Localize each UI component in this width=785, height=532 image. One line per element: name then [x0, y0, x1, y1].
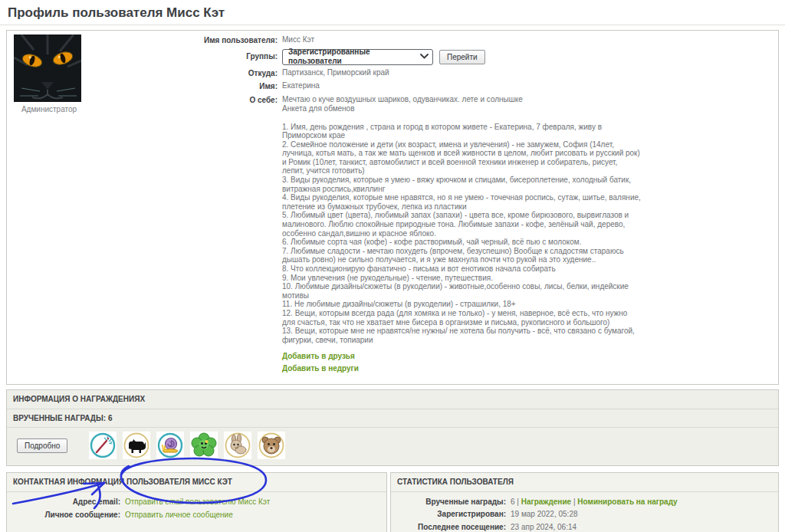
award-snail-icon[interactable] [156, 432, 184, 459]
stats-panel: СТАТИСТИКА ПОЛЬЗОВАТЕЛЯ Врученные наград… [390, 472, 779, 532]
awards-received-line: ВРУЧЕННЫЕ НАГРАДЫ: 6 [7, 409, 778, 429]
award-green-flower-icon[interactable] [190, 432, 218, 459]
profile-panel: Администратор Имя пользователя: Мисс Кэт… [6, 30, 779, 385]
stats-awards-count: 6 [511, 498, 515, 506]
registered-value: 19 мар 2022, 05:28 [511, 510, 774, 520]
about-text: Мечтаю о куче воздушных шариков, одуванч… [282, 95, 772, 114]
registered-label: Зарегистрирован: [391, 510, 506, 520]
page-title: Профиль пользователя Мисс Кэт [0, 0, 785, 25]
username-value: Мисс Кэт [282, 35, 772, 45]
contact-panel: КОНТАКТНАЯ ИНФОРМАЦИЯ ПОЛЬЗОВАТЕЛЯ МИСС … [6, 472, 387, 532]
awards-details-button[interactable]: Подробно [17, 438, 67, 453]
user-rank-label: Администратор [14, 105, 84, 115]
add-friend-link[interactable]: Добавить в друзья [282, 352, 772, 362]
send-pm-link[interactable]: Отправить личное сообщение [125, 511, 233, 519]
groups-selected-option: Зарегистрированные пользователи [288, 48, 417, 67]
add-foe-link[interactable]: Добавить в недруги [282, 364, 772, 374]
award-bunny-icon[interactable] [224, 432, 251, 459]
about-label: О себе: [189, 95, 278, 106]
questionnaire-text: 1. Имя, день рождения , страна и город в… [282, 123, 772, 345]
name-label: Имя: [189, 81, 278, 92]
contact-section-title: КОНТАКТНАЯ ИНФОРМАЦИЯ ПОЛЬЗОВАТЕЛЯ МИСС … [7, 473, 386, 492]
awards-section-title: ИНФОРМАЦИЯ О НАГРАЖДЕНИЯХ [7, 390, 778, 409]
from-value: Партизанск, Приморский край [282, 68, 772, 78]
pm-label: Личное сообщение: [7, 511, 120, 521]
separator: | [573, 498, 576, 506]
groups-label: Группы: [189, 51, 278, 62]
chevron-down-icon [420, 52, 429, 62]
from-label: Откуда: [189, 68, 278, 79]
stats-awards-label: Врученные награды: [391, 498, 506, 507]
award-magic-wand-icon[interactable] [89, 432, 117, 459]
user-avatar [14, 34, 84, 102]
nominate-link[interactable]: Номинировать на награду [577, 498, 677, 506]
award-link[interactable]: Награждение [521, 498, 571, 506]
groups-select[interactable]: Зарегистрированные пользователи [282, 49, 433, 65]
go-button[interactable]: Перейти [439, 50, 485, 64]
award-teddy-bear-icon[interactable] [258, 432, 285, 459]
send-email-link[interactable]: Отправить email пользователю Мисс Кэт [125, 498, 270, 506]
last-visit-value: 23 апр 2024, 06:14 [511, 523, 774, 532]
name-value: Екатерина [282, 81, 772, 91]
email-label: Адрес email: [7, 498, 120, 507]
award-black-dog-icon[interactable] [123, 432, 150, 459]
award-icons-row [89, 432, 285, 459]
awards-panel: ИНФОРМАЦИЯ О НАГРАЖДЕНИЯХ ВРУЧЕННЫЕ НАГР… [6, 389, 779, 466]
stats-section-title: СТАТИСТИКА ПОЛЬЗОВАТЕЛЯ [391, 473, 778, 492]
last-visit-label: Последнее посещение: [391, 523, 506, 532]
separator: | [517, 498, 519, 506]
username-label: Имя пользователя: [189, 35, 278, 46]
